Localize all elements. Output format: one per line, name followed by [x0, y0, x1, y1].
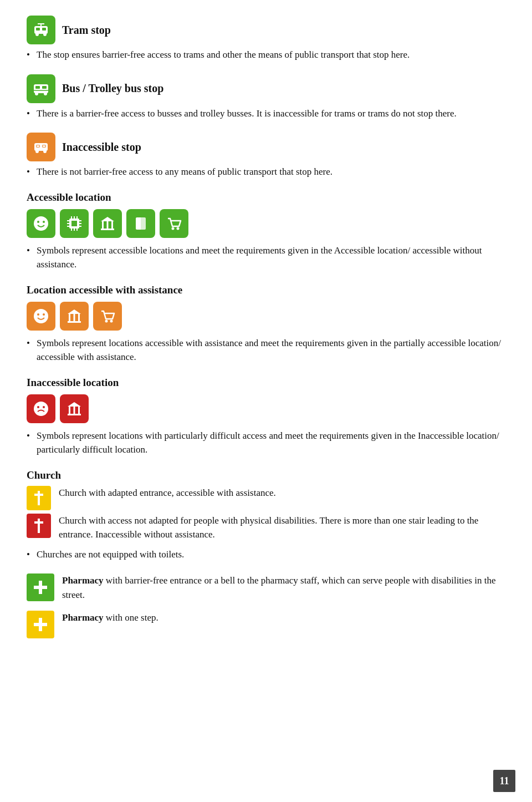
- pharmacy-icon-green: [27, 573, 54, 601]
- svg-point-27: [43, 221, 45, 223]
- svg-point-57: [105, 319, 108, 322]
- location-with-assistance-section: Location accessible with assistance Symb…: [27, 284, 505, 364]
- svg-rect-9: [34, 84, 48, 93]
- accessible-location-section: Accessible location Symbols represent ac…: [27, 191, 505, 272]
- bus-stop-section: Bus / Trolley bus stop There is a barrie…: [27, 74, 505, 121]
- bus-stop-header: Bus / Trolley bus stop: [27, 74, 505, 103]
- svg-marker-56: [68, 309, 81, 314]
- inaccessible-smiley-icon: [27, 394, 55, 423]
- accessible-cart-icon: [160, 209, 188, 238]
- tram-stop-title: Tram stop: [62, 24, 111, 37]
- inaccessible-museum-icon: [60, 394, 89, 423]
- church-row-2: Church with access not adapted for peopl…: [27, 514, 505, 544]
- tram-stop-desc: The stop ensures barrier-free access to …: [27, 48, 505, 62]
- church-desc-2: Church with access not adapted for peopl…: [59, 514, 505, 542]
- svg-rect-55: [78, 314, 80, 321]
- svg-point-4: [35, 33, 39, 36]
- accessible-location-title: Accessible location: [27, 191, 505, 204]
- inaccessible-stop-section: Inaccessible stop There is not barrier-f…: [27, 133, 505, 179]
- pharmacy-row-1: Pharmacy with barrier-free entrance or a…: [27, 573, 505, 604]
- svg-point-13: [44, 92, 47, 95]
- svg-point-26: [37, 221, 39, 223]
- bus-stop-title: Bus / Trolley bus stop: [62, 82, 163, 95]
- pharmacy-section: Pharmacy with barrier-free entrance or a…: [27, 573, 505, 638]
- svg-rect-52: [68, 321, 81, 323]
- accessible-chip-icon: [60, 209, 89, 238]
- svg-rect-11: [42, 86, 47, 89]
- location-with-assistance-title: Location accessible with assistance: [27, 284, 505, 296]
- svg-point-58: [110, 319, 113, 322]
- svg-rect-45: [111, 221, 113, 229]
- svg-rect-42: [101, 229, 114, 230]
- pharmacy-desc-1: Pharmacy with barrier-free entrance or a…: [62, 573, 505, 602]
- svg-point-47: [172, 227, 175, 230]
- svg-rect-3: [42, 28, 46, 31]
- tram-stop-section: Tram stop The stop ensures barrier-free …: [27, 16, 505, 62]
- svg-point-49: [34, 309, 48, 323]
- tram-stop-icon: [27, 16, 55, 44]
- svg-point-12: [35, 92, 38, 95]
- assistance-cart-icon: [93, 302, 122, 331]
- svg-rect-62: [68, 414, 81, 415]
- accessible-location-icons: [27, 209, 505, 238]
- bus-stop-icon: [27, 74, 55, 103]
- page-number: 11: [493, 770, 515, 792]
- svg-rect-10: [35, 86, 40, 89]
- svg-rect-43: [102, 221, 104, 229]
- svg-rect-44: [107, 221, 109, 229]
- church-desc-3: Churches are not equipped with toilets.: [27, 547, 505, 562]
- inaccessible-location-desc: Symbols represent locations with particu…: [27, 429, 505, 457]
- inaccessible-location-section: Inaccessible location Symbols represent …: [27, 377, 505, 457]
- svg-rect-54: [74, 314, 75, 321]
- svg-rect-53: [69, 314, 70, 321]
- accessible-location-desc: Symbols represent accessible locations a…: [27, 243, 505, 272]
- church-desc-1: Church with adapted entrance, accessible…: [59, 486, 276, 500]
- svg-point-24: [43, 150, 47, 153]
- inaccessible-location-title: Inaccessible location: [27, 377, 505, 389]
- svg-point-51: [43, 313, 45, 316]
- church-section: Church Church with adapted entrance, acc…: [27, 469, 505, 562]
- svg-point-48: [177, 227, 180, 230]
- location-with-assistance-desc: Symbols represent locations accessible w…: [27, 336, 505, 364]
- svg-marker-66: [68, 402, 81, 407]
- assistance-museum-icon: [60, 302, 89, 331]
- svg-point-50: [37, 313, 39, 316]
- svg-rect-65: [78, 407, 80, 414]
- church-title: Church: [27, 469, 505, 481]
- inaccessible-stop-title: Inaccessible stop: [62, 141, 141, 154]
- inaccessible-location-icons: [27, 394, 505, 423]
- svg-point-60: [37, 406, 39, 408]
- svg-rect-2: [36, 28, 40, 31]
- svg-point-23: [35, 150, 39, 153]
- pharmacy-desc-2: Pharmacy with one step.: [62, 611, 158, 625]
- svg-rect-64: [74, 407, 75, 414]
- accessible-museum-icon: [93, 209, 122, 238]
- svg-point-59: [34, 402, 48, 416]
- pharmacy-icon-yellow: [27, 611, 54, 638]
- accessible-smiley-icon: [27, 209, 55, 238]
- inaccessible-stop-header: Inaccessible stop: [27, 133, 505, 161]
- assistance-icons: [27, 302, 505, 331]
- accessible-book-icon: [126, 209, 155, 238]
- svg-point-61: [43, 406, 45, 408]
- church-icon-red: [27, 514, 51, 538]
- pharmacy-row-2: Pharmacy with one step.: [27, 611, 505, 638]
- assistance-smiley-icon: [27, 302, 55, 331]
- inaccessible-stop-desc: There is not barrier-free access to any …: [27, 165, 505, 179]
- svg-point-25: [34, 216, 48, 231]
- tram-stop-header: Tram stop: [27, 16, 505, 44]
- svg-rect-63: [69, 407, 70, 414]
- inaccessible-stop-icon: [27, 133, 55, 161]
- church-row-1: Church with adapted entrance, accessible…: [27, 486, 505, 510]
- svg-point-5: [43, 33, 47, 36]
- church-icon-yellow: [27, 486, 51, 510]
- bus-stop-desc: There is a barrier-free access to busses…: [27, 106, 505, 121]
- svg-marker-46: [101, 217, 114, 221]
- svg-rect-29: [71, 221, 77, 226]
